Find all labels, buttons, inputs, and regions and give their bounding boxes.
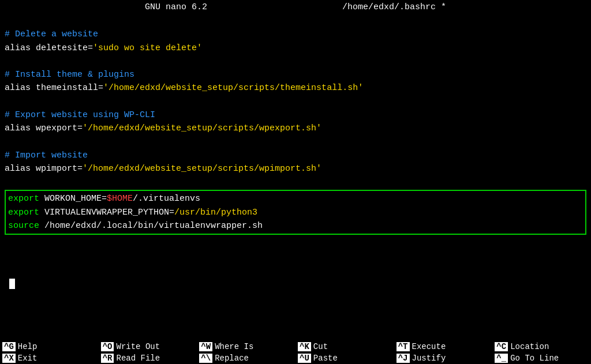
shortcut-label-cut: Cut [313, 342, 328, 351]
code-line-comment3: # Export website using WP-CLI [5, 108, 586, 122]
shortcut-replace[interactable]: ^\ Replace [197, 354, 296, 363]
export-line2: export VIRTUALENVWRAPPER_PYTHON=/usr/bin… [8, 206, 583, 219]
shortcut-label-readfile: Read File [116, 354, 160, 363]
shortcut-label-justify: Justify [412, 354, 446, 363]
shortcut-readfile[interactable]: ^R Read File [99, 354, 197, 363]
shortcut-row-2: ^X Exit ^R Read File ^\ Replace ^U Paste… [0, 352, 591, 364]
shortcut-key-help: ^G [2, 342, 16, 351]
shortcut-help[interactable]: ^G Help [0, 342, 99, 351]
shortcut-key-exit: ^X [2, 354, 16, 363]
export-line1: export WORKON_HOME=$HOME/.virtualenvs [8, 192, 583, 205]
cursor [9, 279, 15, 289]
shortcut-label-location: Location [510, 342, 549, 351]
source-line: source /home/edxd/.local/bin/virtualenvw… [8, 219, 583, 232]
shortcut-key-justify: ^J [397, 354, 410, 363]
shortcut-key-cut: ^K [298, 342, 311, 351]
editor-area: # Delete a website alias deletesite='sud… [0, 14, 591, 344]
code-line-comment4: # Import website [5, 149, 586, 162]
code-line-comment: # Delete a website [5, 28, 586, 41]
code-line-empty2 [5, 95, 586, 108]
title-bar: GNU nano 6.2 /home/edxd/.bashrc * [0, 0, 591, 14]
code-line-alias: alias deletesite='sudo wo site delete' [5, 42, 586, 55]
shortcut-justify[interactable]: ^J Justify [394, 354, 493, 363]
code-line-empty4 [5, 175, 586, 189]
shortcut-label-whereis: Where Is [215, 342, 253, 351]
cursor-line [5, 276, 586, 291]
shortcut-cut[interactable]: ^K Cut [296, 342, 394, 351]
shortcut-key-readfile: ^R [101, 354, 114, 363]
shortcut-key-execute: ^T [397, 342, 410, 351]
app-name: GNU nano 6.2 [145, 2, 207, 12]
bottom-bar: ^G Help ^O Write Out ^W Where Is ^K Cut … [0, 341, 591, 364]
shortcut-whereis[interactable]: ^W Where Is [197, 342, 296, 351]
code-line-empty3 [5, 135, 586, 148]
shortcut-key-paste: ^U [298, 354, 311, 363]
shortcut-gotoline[interactable]: ^_ Go To Line [492, 354, 591, 363]
shortcut-label-exit: Exit [18, 354, 38, 363]
shortcut-execute[interactable]: ^T Execute [394, 342, 493, 351]
shortcut-label-paste: Paste [313, 354, 338, 363]
code-line [5, 14, 586, 28]
shortcut-label-writeout: Write Out [116, 342, 160, 351]
shortcut-exit[interactable]: ^X Exit [0, 354, 99, 363]
shortcut-label-execute: Execute [412, 342, 446, 351]
shortcut-row-1: ^G Help ^O Write Out ^W Where Is ^K Cut … [0, 341, 591, 352]
code-line-alias2: alias themeinstall='/home/edxd/website_s… [5, 81, 586, 95]
highlighted-block: export WORKON_HOME=$HOME/.virtualenvs ex… [5, 190, 586, 235]
code-line-empty5 [5, 236, 586, 249]
file-name: /home/edxd/.bashrc * [342, 2, 446, 12]
shortcut-label-replace: Replace [215, 354, 249, 363]
shortcut-label-help: Help [18, 342, 38, 351]
code-line-alias4: alias wpimport='/home/edxd/website_setup… [5, 162, 586, 175]
shortcut-key-replace: ^\ [199, 354, 212, 363]
shortcut-key-writeout: ^O [101, 342, 114, 351]
shortcut-key-whereis: ^W [199, 342, 212, 351]
shortcut-writeout[interactable]: ^O Write Out [99, 342, 197, 351]
shortcut-key-location: ^C [495, 342, 508, 351]
code-line-alias3: alias wpexport='/home/edxd/website_setup… [5, 122, 586, 135]
code-line-empty6 [5, 249, 586, 262]
shortcut-paste[interactable]: ^U Paste [296, 354, 394, 363]
shortcut-label-gotoline: Go To Line [510, 354, 559, 363]
code-line-empty7 [5, 263, 586, 276]
code-line-comment2: # Install theme & plugins [5, 68, 586, 81]
shortcut-location[interactable]: ^C Location [492, 342, 591, 351]
shortcut-key-gotoline: ^_ [495, 354, 508, 363]
code-line-empty [5, 55, 586, 68]
